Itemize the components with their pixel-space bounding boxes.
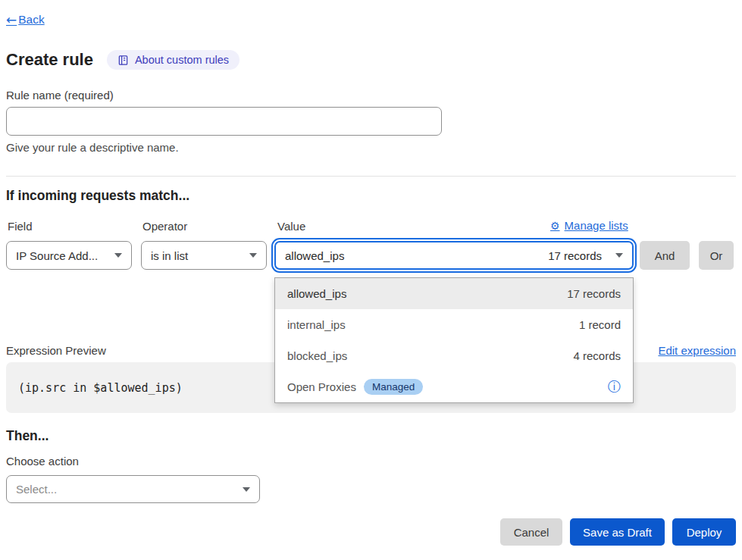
- expression-preview-label: Expression Preview: [6, 344, 106, 357]
- dropdown-option-open-proxies[interactable]: Open Proxies Managed ⓘ: [275, 371, 633, 402]
- value-select-record-count: 17 records: [548, 249, 602, 262]
- option-record-count: 1 record: [579, 318, 621, 331]
- deploy-button[interactable]: Deploy: [672, 518, 736, 546]
- rule-name-helper-text: Give your rule a descriptive name.: [6, 141, 179, 154]
- action-select-placeholder: Select...: [16, 483, 57, 496]
- chevron-down-icon: [249, 253, 257, 258]
- field-label: Field: [8, 220, 33, 233]
- value-select-focus-ring: allowed_ips 17 records: [271, 238, 637, 273]
- match-section-heading: If incoming requests match...: [6, 188, 189, 204]
- about-badge-label: About custom rules: [135, 54, 229, 66]
- back-link[interactable]: ←Back: [6, 12, 45, 27]
- value-select[interactable]: allowed_ips 17 records: [274, 241, 634, 270]
- action-select[interactable]: Select...: [6, 475, 260, 503]
- dropdown-option-blocked-ips[interactable]: blocked_ips 4 records: [275, 340, 633, 371]
- page-title: Create rule: [6, 50, 93, 70]
- title-row: Create rule About custom rules: [6, 50, 240, 70]
- option-name: blocked_ips: [287, 349, 347, 362]
- operator-label: Operator: [142, 220, 187, 233]
- value-select-selected: allowed_ips: [285, 249, 548, 262]
- operator-select-value: is in list: [151, 249, 188, 262]
- dropdown-option-allowed-ips[interactable]: allowed_ips 17 records: [275, 278, 633, 309]
- info-icon[interactable]: ⓘ: [608, 380, 621, 393]
- field-select[interactable]: IP Source Add...: [6, 241, 132, 270]
- option-record-count: 4 records: [573, 349, 621, 362]
- and-button[interactable]: And: [640, 241, 690, 270]
- chevron-down-icon: [114, 253, 122, 258]
- rule-name-input[interactable]: [6, 107, 442, 136]
- about-custom-rules-link[interactable]: About custom rules: [107, 50, 240, 70]
- or-button[interactable]: Or: [699, 241, 734, 270]
- cancel-button[interactable]: Cancel: [500, 518, 562, 546]
- option-name: internal_ips: [287, 318, 346, 331]
- option-record-count: 17 records: [567, 287, 621, 300]
- edit-expression-link[interactable]: Edit expression: [658, 344, 736, 357]
- operator-select[interactable]: is in list: [141, 241, 267, 270]
- save-as-draft-button[interactable]: Save as Draft: [570, 518, 665, 546]
- choose-action-label: Choose action: [6, 455, 79, 468]
- chevron-down-icon: [615, 253, 623, 258]
- back-arrow-icon: ←: [6, 12, 17, 27]
- value-label: Value: [277, 220, 305, 233]
- option-name: Open Proxies: [287, 380, 356, 393]
- book-icon: [117, 55, 129, 66]
- manage-lists-label: Manage lists: [565, 219, 628, 232]
- section-divider: [6, 176, 736, 177]
- create-rule-page: ←Back Create rule About custom rules Rul…: [0, 0, 742, 560]
- value-dropdown-menu: allowed_ips 17 records internal_ips 1 re…: [274, 277, 634, 403]
- chevron-down-icon: [243, 487, 250, 492]
- manage-lists-link[interactable]: ⚙ Manage lists: [550, 219, 628, 232]
- expression-code: (ip.src in $allowed_ips): [18, 381, 183, 395]
- rule-name-label: Rule name (required): [6, 89, 114, 102]
- managed-badge: Managed: [364, 379, 423, 395]
- field-select-value: IP Source Add...: [16, 249, 98, 262]
- back-label: Back: [18, 13, 44, 27]
- then-section-heading: Then...: [6, 428, 49, 444]
- dropdown-option-internal-ips[interactable]: internal_ips 1 record: [275, 309, 633, 340]
- gear-icon: ⚙: [550, 220, 560, 232]
- option-name: allowed_ips: [287, 287, 346, 300]
